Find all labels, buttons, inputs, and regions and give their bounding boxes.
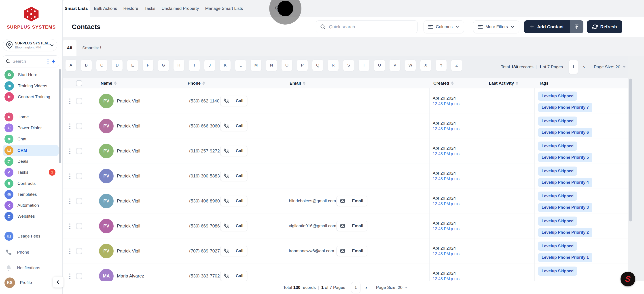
tag-pill[interactable]: Levelup Phone Priority 4	[538, 178, 592, 187]
tag-pill[interactable]: Levelup Phone Priority 7	[538, 103, 592, 112]
alpha-h[interactable]: H	[173, 59, 184, 71]
row-menu-kebab-icon[interactable]	[68, 273, 71, 280]
alpha-a[interactable]: A	[65, 59, 76, 71]
alpha-y[interactable]: Y	[436, 59, 447, 71]
alpha-c[interactable]: C	[96, 59, 107, 71]
chat-widget-button[interactable]: S	[620, 272, 635, 287]
sort-icon[interactable]	[303, 81, 306, 85]
row-menu-kebab-icon[interactable]	[68, 147, 71, 155]
tag-pill[interactable]: Levelup Phone Priority 1	[538, 253, 592, 262]
alpha-s[interactable]: S	[343, 59, 354, 71]
table-scrollbar[interactable]	[629, 79, 632, 221]
call-button[interactable]: Call	[220, 146, 247, 156]
tag-pill[interactable]: Levelup Phone Priority 2	[538, 228, 592, 237]
add-contact-button[interactable]: Add Contact	[524, 20, 570, 33]
tag-pill[interactable]: Levelup Phone Priority 3	[538, 203, 592, 212]
top-nav-tasks[interactable]: Tasks	[144, 6, 156, 11]
sidebar-search-input[interactable]	[12, 59, 45, 64]
column-header-created[interactable]: Created	[433, 78, 454, 88]
tag-pill[interactable]: Levelup Skipped	[538, 92, 577, 101]
alpha-d[interactable]: D	[112, 59, 123, 71]
sort-icon[interactable]	[114, 81, 117, 85]
tag-pill[interactable]: Levelup Skipped	[538, 242, 577, 251]
email-button[interactable]: Email	[336, 246, 367, 256]
row-checkbox[interactable]	[76, 123, 82, 129]
alpha-r[interactable]: R	[328, 59, 339, 71]
alpha-i[interactable]: I	[189, 59, 200, 71]
page-size-select[interactable]: Page Size: 20	[376, 285, 408, 290]
row-checkbox[interactable]	[76, 198, 82, 204]
sidebar-item-training-videos[interactable]: Training Videos	[0, 81, 59, 91]
row-checkbox[interactable]	[76, 173, 82, 179]
row-checkbox[interactable]	[76, 148, 82, 154]
contact-name[interactable]: Patrick Vigil	[117, 238, 140, 263]
sidebar-item-contracts[interactable]: Contracts	[0, 178, 59, 189]
row-checkbox[interactable]	[76, 273, 82, 279]
select-all-checkbox[interactable]	[76, 80, 82, 86]
row-checkbox[interactable]	[76, 223, 82, 229]
tag-pill[interactable]: Levelup Phone Priority 5	[538, 153, 592, 162]
page-size-select[interactable]: Page Size: 20	[594, 64, 626, 69]
tag-pill[interactable]: Levelup Skipped	[538, 117, 577, 126]
sidebar-item-notifications[interactable]: Notifications	[0, 263, 59, 273]
tab-all[interactable]: All	[62, 40, 76, 56]
sidebar-item-home[interactable]: Home	[0, 112, 59, 122]
sidebar-item-start-here[interactable]: Start Here	[0, 69, 59, 80]
sidebar-item-websites[interactable]: Websites	[0, 211, 59, 222]
sidebar-item-templates[interactable]: Templates	[0, 189, 59, 200]
next-page-chevron[interactable]: ›	[583, 64, 585, 70]
alpha-p[interactable]: P	[297, 59, 308, 71]
alpha-f[interactable]: F	[142, 59, 154, 71]
row-menu-kebab-icon[interactable]	[68, 172, 71, 180]
alpha-v[interactable]: V	[389, 59, 400, 71]
row-menu-kebab-icon[interactable]	[68, 198, 71, 205]
contact-name[interactable]: Patrick Vigil	[117, 163, 140, 188]
email-button[interactable]: Email	[336, 196, 367, 206]
sidebar-item-automation[interactable]: Automation	[0, 200, 59, 211]
tag-pill[interactable]: Levelup Skipped	[538, 191, 577, 201]
call-button[interactable]: Call	[220, 246, 247, 256]
columns-button[interactable]: Columns	[424, 20, 464, 33]
sidebar-item-profile[interactable]: KS Profile	[0, 278, 59, 288]
location-selector[interactable]: SURPLUS SYSTEM... Bloomington, MN	[3, 39, 57, 51]
call-button[interactable]: Call	[220, 96, 247, 106]
more-filters-button[interactable]: More Filters	[473, 20, 519, 33]
top-nav-unclaimed-property[interactable]: Unclaimed Property	[162, 6, 199, 11]
sidebar-collapse-button[interactable]	[53, 277, 64, 288]
sidebar-item-chat[interactable]: Chat	[0, 134, 59, 145]
sidebar-item-phone[interactable]: Phone	[0, 247, 59, 257]
next-page-chevron[interactable]: ›	[366, 285, 367, 291]
page-number-box[interactable]: 1	[569, 60, 578, 74]
contact-name[interactable]: Patrick Vigil	[117, 188, 140, 213]
alpha-k[interactable]: K	[220, 59, 231, 71]
sort-icon[interactable]	[202, 81, 205, 85]
column-header-email[interactable]: Email	[290, 78, 306, 88]
refresh-button[interactable]: Refresh	[587, 20, 622, 33]
quick-search-input[interactable]	[329, 24, 414, 29]
call-button[interactable]: Call	[220, 271, 247, 281]
row-checkbox[interactable]	[76, 98, 82, 104]
alpha-j[interactable]: J	[204, 59, 215, 71]
tag-pill[interactable]: Levelup Skipped	[538, 217, 577, 226]
tag-pill[interactable]: Levelup Phone Priority 6	[538, 128, 592, 137]
alpha-e[interactable]: E	[127, 59, 138, 71]
contact-name[interactable]: Patrick Vigil	[117, 139, 140, 163]
sort-icon[interactable]	[451, 81, 454, 85]
alpha-x[interactable]: X	[420, 59, 431, 71]
alpha-m[interactable]: M	[250, 59, 262, 71]
call-button[interactable]: Call	[220, 196, 247, 206]
sidebar-item-tasks[interactable]: Tasks 1	[0, 167, 59, 178]
quick-actions-bolt-icon[interactable]	[51, 58, 56, 64]
column-header-name[interactable]: Name	[100, 78, 117, 88]
alpha-o[interactable]: O	[281, 59, 292, 71]
alpha-z[interactable]: Z	[451, 59, 462, 71]
contact-name[interactable]: Maria Alvarez	[117, 263, 144, 281]
alpha-t[interactable]: T	[358, 59, 370, 71]
call-button[interactable]: Call	[220, 171, 247, 181]
contact-name[interactable]: Patrick Vigil	[117, 88, 140, 113]
tag-pill[interactable]: Levelup Skipped	[538, 142, 577, 151]
top-nav-bulk-actions[interactable]: Bulk Actions	[94, 6, 117, 11]
sidebar-scrollbar[interactable]	[59, 69, 61, 163]
call-button[interactable]: Call	[220, 121, 247, 131]
tab-smartlist[interactable]: Smartlist !	[82, 40, 101, 56]
